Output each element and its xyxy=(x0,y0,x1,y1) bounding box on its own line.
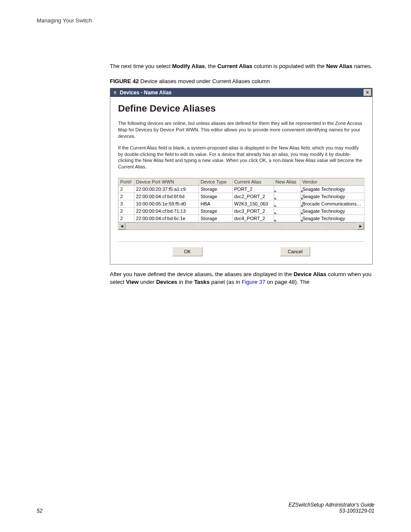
bold: Modify Alias xyxy=(172,63,205,69)
chevron-right-icon: ► xyxy=(359,224,363,228)
cell-current-alias[interactable]: PORT_2 xyxy=(232,186,274,193)
cell-current-alias[interactable]: W2K3_150_063 xyxy=(232,200,274,208)
running-head: Managing Your Switch xyxy=(37,17,374,24)
cell-vendor[interactable]: Seagate Technology xyxy=(300,215,364,222)
device-alias-table: Port# Device Port WWN Device Type Curren… xyxy=(118,178,364,222)
cell-new-alias[interactable] xyxy=(274,193,300,200)
figure-caption: FIGURE 42 Device aliases moved under Cur… xyxy=(110,78,374,84)
chevron-left-icon: ◄ xyxy=(120,224,124,228)
table-row[interactable]: 222:00:00:04:cf:bd:71:13Storagedvc3_PORT… xyxy=(118,208,364,215)
devices-name-alias-dialog: Devices - Name Alias × Define Device Ali… xyxy=(110,88,373,264)
col-vendor-header[interactable]: Vendor xyxy=(300,178,364,186)
text: on page 48). The xyxy=(265,279,309,285)
col-wwn-header[interactable]: Device Port WWN xyxy=(134,178,199,186)
cell-vendor[interactable]: Seagate Technology xyxy=(300,193,364,200)
device-table-container: Port# Device Port WWN Device Type Curren… xyxy=(118,178,364,230)
dialog-titlebar[interactable]: Devices - Name Alias × xyxy=(110,88,372,97)
text: names. xyxy=(352,63,372,69)
bold: View xyxy=(126,279,139,285)
cell-wwn[interactable]: 22:00:00:04:cf:bd:71:13 xyxy=(134,208,199,215)
cancel-button[interactable]: Cancel xyxy=(280,247,310,256)
cell-port[interactable]: 2 xyxy=(118,193,134,200)
app-icon xyxy=(112,89,118,96)
text: The next time you select xyxy=(110,63,172,69)
bold: Device Alias xyxy=(293,271,326,277)
col-port-header[interactable]: Port# xyxy=(118,178,134,186)
text: under xyxy=(139,279,156,285)
table-header-row: Port# Device Port WWN Device Type Curren… xyxy=(118,178,364,186)
cell-type[interactable]: Storage xyxy=(199,186,232,193)
text: panel (as in xyxy=(210,279,242,285)
page-number: 52 xyxy=(37,508,42,514)
bold: Current Alias xyxy=(218,63,252,69)
table-row[interactable]: 222:00:00:20:37:f5:a1:c9StoragePORT_2Sea… xyxy=(118,186,364,193)
cell-current-alias[interactable]: dvc3_PORT_2 xyxy=(232,208,274,215)
text: in the xyxy=(177,279,194,285)
dialog-window-title: Devices - Name Alias xyxy=(120,90,171,96)
cell-vendor[interactable]: Seagate Technology xyxy=(300,186,364,193)
scroll-right-button[interactable]: ► xyxy=(357,223,364,230)
cell-type[interactable]: Storage xyxy=(199,208,232,215)
close-button[interactable]: × xyxy=(364,89,371,96)
cell-new-alias[interactable] xyxy=(274,208,300,215)
cell-wwn[interactable]: 22:00:00:20:37:f5:a1:c9 xyxy=(134,186,199,193)
cell-wwn[interactable]: 22:00:00:04:cf:bd:6c:1e xyxy=(134,215,199,222)
col-current-alias-header[interactable]: Current Alias xyxy=(232,178,274,186)
close-icon: × xyxy=(366,90,369,95)
cell-port[interactable]: 2 xyxy=(118,186,134,193)
figure-text: Device aliases moved under Current Alias… xyxy=(139,78,270,84)
ok-button[interactable]: OK xyxy=(172,247,202,256)
outro-paragraph: After you have defined the device aliase… xyxy=(110,271,374,286)
cell-wwn[interactable]: 22:00:00:04:cf:bd:6f:6d xyxy=(134,193,199,200)
text: After you have defined the device aliase… xyxy=(110,271,293,277)
device-table-body: 222:00:00:20:37:f5:a1:c9StoragePORT_2Sea… xyxy=(118,186,364,222)
bold: Tasks xyxy=(194,279,210,285)
cell-current-alias[interactable]: dvc4_PORT_2 xyxy=(232,215,274,222)
cell-vendor[interactable]: Brocade Communications Sy... xyxy=(300,200,364,208)
cell-wwn[interactable]: 10:00:00:05:1e:59:f5:d0 xyxy=(134,200,199,208)
cell-port[interactable]: 2 xyxy=(118,215,134,222)
cell-type[interactable]: Storage xyxy=(199,193,232,200)
text: column is populated with the xyxy=(252,63,326,69)
table-row[interactable]: 310:00:00:05:1e:59:f5:d0HBAW2K3_150_063B… xyxy=(118,200,364,208)
cell-port[interactable]: 2 xyxy=(118,208,134,215)
cell-new-alias[interactable] xyxy=(274,215,300,222)
cell-current-alias[interactable]: dvc2_PORT_2 xyxy=(232,193,274,200)
cell-vendor[interactable]: Seagate Technology xyxy=(300,208,364,215)
cell-port[interactable]: 3 xyxy=(118,200,134,208)
figure-label: FIGURE 42 xyxy=(110,78,139,84)
cell-type[interactable]: HBA xyxy=(199,200,232,208)
table-row[interactable]: 222:00:00:04:cf:bd:6f:6dStoragedvc2_PORT… xyxy=(118,193,364,200)
dialog-heading: Define Device Aliases xyxy=(118,103,364,114)
cell-type[interactable]: Storage xyxy=(199,215,232,222)
cell-new-alias[interactable] xyxy=(274,186,300,193)
text: , the xyxy=(205,63,218,69)
dialog-button-row: OK Cancel xyxy=(118,241,364,256)
guide-title: EZSwitchSetup Administrator's Guide xyxy=(289,502,374,508)
bold: Devices xyxy=(156,279,177,285)
bold: New Alias xyxy=(326,63,352,69)
intro-paragraph: The next time you select Modify Alias, t… xyxy=(110,62,374,70)
cell-new-alias[interactable] xyxy=(274,200,300,208)
table-row[interactable]: 222:00:00:04:cf:bd:6c:1eStoragedvc4_PORT… xyxy=(118,215,364,222)
figure-37-link[interactable]: Figure 37 xyxy=(242,279,265,285)
document-number: 53-1003129-01 xyxy=(289,508,374,514)
dialog-description-1: The following devices are online, but un… xyxy=(118,120,364,140)
page-footer: 52 EZSwitchSetup Administrator's Guide 5… xyxy=(37,502,374,514)
col-new-alias-header[interactable]: New Alias xyxy=(274,178,300,186)
horizontal-scrollbar[interactable]: ◄ ► xyxy=(118,222,364,230)
scroll-left-button[interactable]: ◄ xyxy=(118,223,125,230)
dialog-description-2: If the Current Alias field is blank, a s… xyxy=(118,145,364,170)
col-type-header[interactable]: Device Type xyxy=(199,178,232,186)
